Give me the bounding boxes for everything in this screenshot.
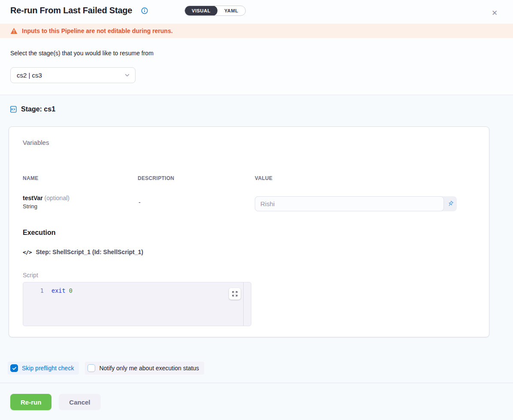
info-icon[interactable] [141,7,148,14]
variable-name: testVar [23,195,43,201]
rerun-button[interactable]: Re-run [10,394,51,410]
code-text: exit 0 [51,287,72,295]
warning-text: Inputs to this Pipeline are not editable… [22,27,173,34]
cancel-button[interactable]: Cancel [59,394,100,410]
stage-select-label: Select the stage(s) that you would like … [10,50,154,57]
page-title: Re-run From Last Failed Stage [10,6,132,15]
column-header-description: DESCRIPTION [138,175,174,181]
variables-title: Variables [23,139,49,146]
modal-body: Stage: cs1 Variables NAME DESCRIPTION VA… [0,95,513,420]
variable-description: - [139,199,141,206]
checkbox-icon [88,364,95,372]
variable-value-input[interactable] [255,196,444,211]
tab-visual[interactable]: VISUAL [185,6,217,16]
variable-value-control [255,196,457,211]
code-argument: 0 [66,287,72,294]
skip-preflight-label: Skip preflight check [22,365,74,372]
checkbox-icon [10,364,18,372]
pin-icon[interactable] [444,196,457,211]
warning-banner: Inputs to this Pipeline are not editable… [0,24,513,38]
modal-top-section: Re-run From Last Failed Stage VISUAL YAM… [0,0,513,95]
warning-icon [10,27,18,34]
stage-select-dropdown[interactable]: cs2 | cs3 [10,67,136,83]
custom-stage-icon [9,105,18,114]
tab-yaml[interactable]: YAML [217,6,245,16]
rerun-pipeline-modal: Re-run From Last Failed Stage VISUAL YAM… [0,0,513,420]
column-header-value: VALUE [255,175,272,181]
variable-name-cell: testVar (optional) String [23,194,69,210]
line-number: 1 [23,287,44,295]
step-heading: </> Step: ShellScript_1 (Id: ShellScript… [23,249,143,255]
code-step-icon: </> [23,249,31,255]
variable-type: String [23,202,69,210]
footer-buttons: Re-run Cancel [10,394,101,410]
footer-divider [0,383,513,383]
chevron-down-icon [124,72,130,78]
stage-select-value: cs2 | cs3 [17,72,124,79]
script-code-editor[interactable]: 1 exit 0 [23,282,251,326]
notify-only-me-checkbox[interactable]: Notify only me about execution status [85,362,204,375]
expand-icon [232,291,238,297]
code-keyword: exit [51,287,66,294]
execution-title: Execution [23,229,55,237]
close-icon[interactable]: ✕ [492,9,498,17]
expand-editor-button[interactable] [229,288,241,300]
column-header-name: NAME [23,175,39,181]
run-options: Skip preflight check Notify only me abou… [8,362,204,375]
stage-heading: Stage: cs1 [9,105,55,114]
skip-preflight-checkbox[interactable]: Skip preflight check [8,362,79,375]
variable-optional-suffix: (optional) [43,195,69,201]
notify-only-me-label: Notify only me about execution status [99,365,199,372]
stage-heading-label: Stage: cs1 [21,105,55,113]
step-label: Step: ShellScript_1 (Id: ShellScript_1) [36,249,143,255]
visual-yaml-toggle: VISUAL YAML [184,6,246,16]
script-label: Script [23,272,38,279]
code-line: 1 exit 0 [23,287,251,295]
stage-inputs-card: Variables NAME DESCRIPTION VALUE testVar… [9,126,489,337]
modal-header: Re-run From Last Failed Stage VISUAL YAM… [0,0,513,24]
